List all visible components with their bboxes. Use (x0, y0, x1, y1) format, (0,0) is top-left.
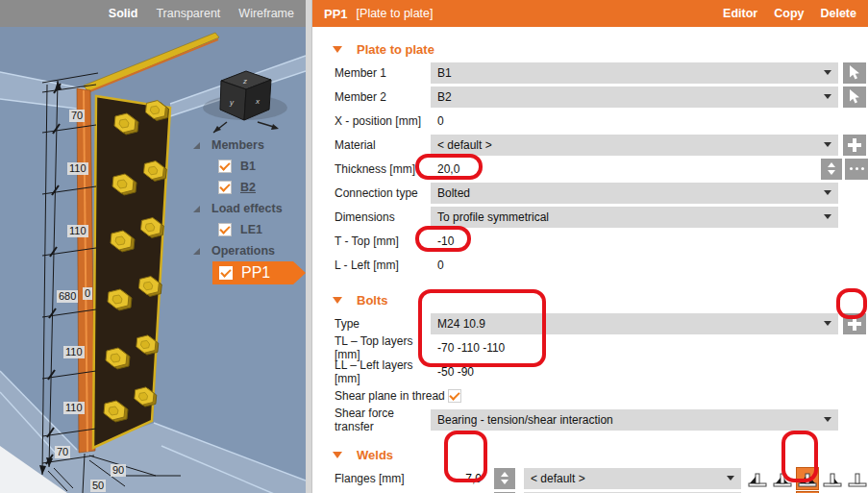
flanges-stepper[interactable] (494, 468, 515, 489)
dim-label: 90 (111, 464, 126, 477)
field-label: Dimensions (335, 210, 431, 224)
section-collapse-icon[interactable] (333, 46, 342, 53)
view-mode-toolbar: Solid Transparent Wireframe (0, 0, 306, 27)
left-layers-input[interactable]: -50 -90 (431, 365, 474, 379)
checkbox-le1[interactable] (218, 223, 232, 236)
weld-type-bevel-icon[interactable] (822, 468, 843, 489)
model-tree: Members B1 B2 Load effects LE1 Operation… (187, 135, 306, 284)
3d-viewport[interactable]: z y x 0 70 110 110 680 110 110 70 90 50 … (0, 27, 306, 493)
tree-item-b2[interactable]: B2 (187, 177, 306, 198)
member2-value: B2 (437, 90, 452, 104)
pp1-selected-banner[interactable]: PP1 (212, 261, 306, 284)
weld-type-double-fillet-icon[interactable] (797, 468, 818, 489)
add-material-button[interactable] (843, 135, 866, 156)
chevron-down-icon (824, 214, 831, 219)
operation-type: [Plate to plate] (357, 7, 434, 20)
collapse-triangle-icon[interactable] (193, 206, 200, 212)
field-label: Member 1 (335, 66, 431, 80)
row-member1: Member 1 B1 (312, 61, 868, 85)
member1-dropdown[interactable]: B1 (431, 62, 838, 84)
dimensions-dropdown[interactable]: To profile symmetrical (431, 207, 838, 228)
tree-group-label: Members (211, 138, 264, 152)
section-title: Plate to plate (357, 42, 434, 57)
connection-type-dropdown[interactable]: Bolted (431, 183, 838, 204)
field-label: Flanges [mm] (335, 472, 431, 485)
pick-member1-button[interactable] (843, 62, 866, 84)
dim-label: 110 (67, 162, 88, 175)
section-bolts[interactable]: Bolts (312, 289, 868, 311)
row-l-left: L - Left [mm] 0 (312, 253, 868, 277)
shear-transfer-dropdown[interactable]: Bearing - tension/shear interaction (431, 409, 838, 431)
field-label: L - Left [mm] (335, 259, 431, 272)
material-dropdown[interactable]: < default > (431, 135, 838, 156)
checkbox-b2[interactable] (218, 181, 232, 194)
tree-group-operations[interactable]: Operations (187, 240, 306, 261)
weld-type-fillet-icon[interactable] (747, 468, 768, 489)
shear-transfer-value: Bearing - tension/shear interaction (437, 413, 613, 427)
delete-button[interactable]: Delete (820, 7, 856, 20)
bolt-type-dropdown[interactable]: M24 10.9 (431, 313, 838, 334)
collapse-triangle-icon[interactable] (193, 142, 200, 149)
row-left-layers: LL – Left layers [mm] -50 -90 (312, 359, 868, 383)
thickness-more-button[interactable] (845, 159, 868, 180)
bolt-type-value: M24 10.9 (437, 317, 485, 331)
l-left-input[interactable]: 0 (431, 259, 444, 272)
tree-group-members[interactable]: Members (187, 135, 306, 156)
chevron-down-icon (727, 476, 734, 481)
chevron-down-icon (824, 142, 831, 147)
chevron-down-icon (824, 417, 831, 422)
section-title: Welds (357, 448, 393, 462)
weld-type-none-icon[interactable] (847, 468, 868, 489)
tree-group-label: Load effects (211, 202, 283, 215)
thickness-input[interactable]: 20,0 (431, 162, 459, 176)
flange-weld-type-group (747, 468, 868, 489)
section-collapse-icon[interactable] (333, 452, 342, 458)
editor-button[interactable]: Editor (723, 7, 757, 20)
checkbox-b1[interactable] (218, 160, 232, 173)
chevron-down-icon (824, 190, 831, 195)
flanges-material-dropdown[interactable]: < default > (524, 468, 741, 489)
field-label: Member 2 (335, 90, 431, 104)
tree-item-b1[interactable]: B1 (187, 156, 306, 177)
tree-item-label: LE1 (240, 223, 262, 236)
pick-member2-button[interactable] (843, 86, 866, 108)
thickness-stepper[interactable] (821, 159, 842, 180)
view-mode-transparent[interactable]: Transparent (156, 7, 220, 20)
field-label: Shear force transfer (335, 407, 431, 433)
tree-item-label: B1 (240, 160, 256, 173)
chevron-down-icon (824, 321, 831, 326)
collapse-triangle-icon[interactable] (193, 248, 200, 255)
shear-plane-checkbox[interactable] (448, 389, 461, 403)
view-mode-solid[interactable]: Solid (109, 7, 138, 20)
section-title: Bolts (357, 293, 388, 308)
flanges-size-input[interactable]: 7,0 (452, 468, 486, 489)
row-connection-type: Connection type Bolted (312, 181, 868, 205)
operation-id: PP1 (324, 7, 348, 21)
cursor-icon (849, 89, 861, 104)
tree-item-pp1[interactable]: PP1 (187, 261, 306, 284)
t-top-input[interactable]: -10 (431, 234, 454, 248)
chevron-down-icon (824, 94, 831, 99)
dim-label: 50 (90, 480, 106, 492)
tree-item-label: PP1 (241, 264, 270, 282)
dim-label: 110 (67, 225, 88, 237)
row-dimensions: Dimensions To profile symmetrical (312, 205, 868, 229)
member2-dropdown[interactable]: B2 (431, 86, 838, 108)
chevron-down-icon (824, 70, 831, 75)
panel-splitter[interactable] (306, 0, 312, 493)
checkbox-pp1[interactable] (219, 266, 233, 280)
section-welds[interactable]: Welds (312, 444, 868, 466)
weld-type-fillet-rear-icon[interactable] (772, 468, 793, 489)
x-position-input[interactable]: 0 (431, 114, 444, 128)
row-bolt-type: Type M24 10.9 (312, 311, 868, 335)
tree-group-load-effects[interactable]: Load effects (187, 198, 306, 219)
view-mode-wireframe[interactable]: Wireframe (238, 7, 294, 20)
tree-item-le1[interactable]: LE1 (187, 219, 306, 240)
add-bolt-type-button[interactable] (843, 313, 866, 334)
section-collapse-icon[interactable] (333, 297, 342, 304)
row-thickness: Thickness [mm] 20,0 (312, 157, 868, 181)
left-column: Solid Transparent Wireframe (0, 0, 306, 493)
top-layers-input[interactable]: -70 -110 -110 (431, 341, 505, 355)
section-plate-to-plate[interactable]: Plate to plate (312, 38, 868, 61)
copy-button[interactable]: Copy (774, 7, 804, 20)
